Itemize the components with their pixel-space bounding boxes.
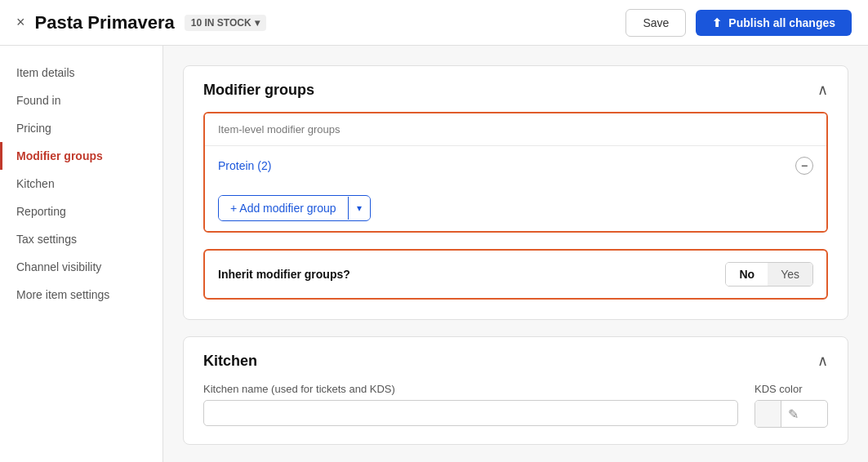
- modifier-groups-collapse-icon[interactable]: ∧: [817, 81, 828, 99]
- kds-color-label: KDS color: [754, 383, 828, 395]
- stock-dropdown-icon: ▾: [255, 17, 260, 29]
- protein-group-name[interactable]: Protein (2): [218, 159, 271, 172]
- stock-badge[interactable]: 10 IN STOCK ▾: [185, 15, 266, 31]
- kitchen-body: Kitchen name (used for tickets and KDS) …: [184, 383, 848, 444]
- sidebar-item-reporting[interactable]: Reporting: [0, 198, 162, 225]
- sidebar-item-pricing[interactable]: Pricing: [0, 114, 162, 142]
- publish-label: Publish all changes: [728, 16, 835, 29]
- inherit-no-button[interactable]: No: [726, 263, 768, 286]
- main-layout: Item details Found in Pricing Modifier g…: [0, 46, 868, 462]
- kitchen-collapse-icon[interactable]: ∧: [817, 352, 828, 370]
- inherit-yes-button[interactable]: Yes: [768, 263, 812, 286]
- header: × Pasta Primavera 10 IN STOCK ▾ Save ⬆ P…: [0, 0, 868, 46]
- remove-group-button[interactable]: −: [795, 157, 813, 175]
- stock-label: 10 IN STOCK: [191, 17, 251, 29]
- kitchen-form-row: Kitchen name (used for tickets and KDS) …: [203, 383, 828, 428]
- add-modifier-group-dropdown[interactable]: ▾: [348, 197, 370, 220]
- kds-color-group: KDS color ✎: [754, 383, 828, 428]
- sidebar-item-more-item-settings[interactable]: More item settings: [0, 281, 162, 309]
- page-title: Pasta Primavera: [35, 12, 175, 33]
- inherit-label: Inherit modifier groups?: [218, 268, 350, 281]
- publish-button[interactable]: ⬆ Publish all changes: [696, 10, 852, 36]
- color-picker-icon[interactable]: ✎: [781, 402, 805, 427]
- sidebar-item-found-in[interactable]: Found in: [0, 87, 162, 114]
- inherit-toggle-group: No Yes: [725, 262, 813, 287]
- add-modifier-group-button[interactable]: + Add modifier group: [219, 196, 348, 220]
- modifier-actions: + Add modifier group ▾: [205, 185, 826, 231]
- sidebar-item-kitchen[interactable]: Kitchen: [0, 170, 162, 198]
- kitchen-name-group: Kitchen name (used for tickets and KDS): [203, 383, 738, 428]
- modifier-groups-box: Item-level modifier groups Protein (2) −…: [203, 112, 828, 233]
- sidebar-item-item-details[interactable]: Item details: [0, 59, 162, 87]
- inherit-modifier-groups-box: Inherit modifier groups? No Yes: [203, 249, 828, 300]
- item-level-label: Item-level modifier groups: [205, 113, 826, 146]
- kds-color-input-wrapper[interactable]: ✎: [754, 400, 828, 428]
- save-button[interactable]: Save: [625, 9, 686, 37]
- main-content: Modifier groups ∧ Item-level modifier gr…: [163, 46, 868, 462]
- modifier-groups-card: Modifier groups ∧ Item-level modifier gr…: [183, 65, 848, 320]
- publish-icon: ⬆: [712, 16, 722, 29]
- sidebar-item-channel-visibility[interactable]: Channel visibility: [0, 253, 162, 281]
- kitchen-header: Kitchen ∧: [184, 337, 848, 383]
- modifier-groups-header: Modifier groups ∧: [184, 66, 848, 112]
- kitchen-name-label: Kitchen name (used for tickets and KDS): [203, 383, 738, 395]
- sidebar: Item details Found in Pricing Modifier g…: [0, 46, 163, 462]
- modifier-groups-title: Modifier groups: [203, 82, 314, 99]
- kds-color-swatch: [755, 401, 781, 427]
- add-modifier-group-button-wrapper: + Add modifier group ▾: [218, 195, 371, 221]
- kitchen-name-input[interactable]: [203, 400, 738, 426]
- kitchen-card: Kitchen ∧ Kitchen name (used for tickets…: [183, 336, 848, 445]
- kitchen-title: Kitchen: [203, 353, 257, 370]
- close-icon[interactable]: ×: [16, 14, 25, 31]
- protein-group-item: Protein (2) −: [205, 146, 826, 185]
- sidebar-item-modifier-groups[interactable]: Modifier groups: [0, 142, 162, 170]
- sidebar-item-tax-settings[interactable]: Tax settings: [0, 225, 162, 253]
